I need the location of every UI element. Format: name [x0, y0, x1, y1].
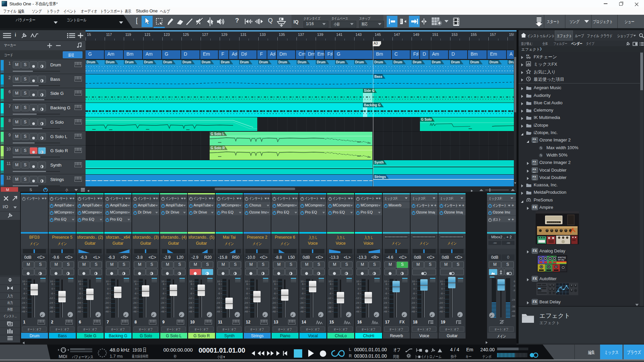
svg-text:FX: FX	[533, 249, 537, 253]
svg-text:FX: FX	[526, 54, 529, 57]
svg-text:VST: VST	[533, 178, 537, 180]
svg-text:FX: FX	[533, 277, 537, 281]
svg-text:▰▰: ▰▰	[533, 141, 536, 143]
svg-text:delay: delay	[558, 259, 565, 261]
svg-text:VST: VST	[533, 163, 537, 165]
svg-text:▰▰: ▰▰	[533, 171, 536, 173]
svg-text:FX: FX	[533, 300, 537, 304]
svg-text:analog: analog	[558, 256, 566, 259]
svg-text:FX: FX	[533, 205, 537, 209]
